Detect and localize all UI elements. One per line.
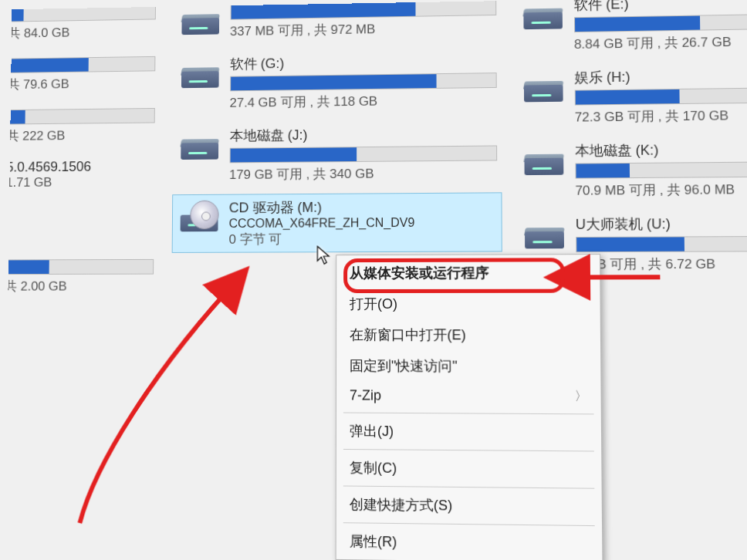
hdd-icon (521, 215, 568, 253)
drive-stats: 0 GB 可用 , 共 6.72 GB (576, 255, 747, 273)
menu-separator (343, 449, 594, 452)
menu-7zip-label: 7-Zip (350, 387, 381, 403)
menu-create-shortcut[interactable]: 创建快捷方式(S) (339, 489, 600, 524)
drive-label: 软件 (G:) (230, 51, 496, 73)
cd-drive-stats: 0 字节 可 (229, 229, 498, 248)
hdd-icon (177, 56, 223, 93)
hdd-icon (177, 2, 222, 39)
drive-stats: 70.9 MB 可用 , 共 96.0 MB (575, 180, 747, 200)
drive-cd-selected[interactable]: CD 驱动器 (M:) CCCOMA_X64FRE_ZH_CN_DV9 0 字节… (172, 193, 501, 252)
drive-item[interactable]: 337 MB 可用 , 共 972 MB (174, 0, 500, 45)
context-menu: 从媒体安装或运行程序 打开(O) 在新窗口中打开(E) 固定到"快速访问" 7-… (336, 254, 603, 560)
hdd-icon (177, 127, 222, 164)
drive-stats: 8.84 GB 可用 , 共 26.7 GB (574, 32, 747, 52)
hdd-icon (520, 142, 567, 180)
drive-stats: 72.3 GB 可用 , 共 170 GB (575, 106, 747, 127)
drive-label: U大师装机 (U:) (576, 214, 747, 234)
mouse-cursor-icon (316, 245, 332, 270)
drive-stats: 共 79.6 GB (7, 74, 155, 93)
cd-drive-icon (176, 199, 221, 236)
drive-label: 娱乐 (H:) (574, 66, 747, 87)
drive-item[interactable]: 共 79.6 GB (5, 51, 159, 97)
menu-properties[interactable]: 属性(R) (339, 525, 600, 560)
drive-size: 1.71 GB (5, 174, 154, 191)
hdd-icon (519, 69, 566, 106)
cd-volume-label: CCCOMA_X64FRE_ZH_CN_DV9 (229, 215, 498, 231)
drive-label: 本地磁盘 (J:) (229, 124, 496, 145)
drive-stats: 179 GB 可用 , 共 340 GB (229, 164, 497, 184)
menu-open-new-window[interactable]: 在新窗口中打开(E) (339, 319, 598, 351)
drive-stats: 共 222 GB (6, 126, 154, 144)
drive-stats: 共 84.0 GB (8, 22, 155, 42)
drive-version: 5.0.4569.1506 (6, 158, 154, 175)
menu-7zip[interactable]: 7-Zip 〉 (339, 381, 599, 411)
drive-item[interactable]: 本地磁盘 (J:) 179 GB 可用 , 共 340 GB (173, 120, 501, 188)
menu-copy[interactable]: 复制(C) (339, 452, 600, 486)
menu-pin-quick-access[interactable]: 固定到"快速访问" (339, 350, 598, 382)
menu-eject[interactable]: 弹出(J) (339, 416, 599, 449)
drive-stats: 27.4 GB 可用 , 共 118 GB (230, 91, 497, 112)
drive-stats: 337 MB 可用 , 共 972 MB (230, 19, 496, 40)
hdd-icon (519, 0, 566, 33)
drive-item[interactable]: 娱乐 (H:) 72.3 GB 可用 , 共 170 GB (515, 62, 747, 130)
menu-run-from-media[interactable]: 从媒体安装或运行程序 (339, 257, 597, 288)
drive-label: 软件 (E:) (573, 0, 747, 14)
drive-label: 本地磁盘 (K:) (575, 140, 747, 160)
drive-item[interactable]: 共 84.0 GB (5, 0, 160, 46)
drive-item[interactable]: 软件 (E:) 8.84 GB 可用 , 共 26.7 GB (515, 0, 747, 58)
chevron-right-icon: 〉 (575, 389, 588, 405)
drive-item[interactable]: 软件 (G:) 27.4 GB 可用 , 共 118 GB (174, 47, 501, 116)
menu-open[interactable]: 打开(O) (339, 288, 598, 320)
menu-separator (343, 413, 594, 415)
drive-item[interactable]: 本地磁盘 (K:) 70.9 MB 可用 , 共 96.0 MB (516, 136, 747, 204)
drive-item[interactable]: 5.0.4569.1506 1.71 GB (5, 154, 158, 194)
cd-drive-label: CD 驱动器 (M:) (229, 197, 497, 217)
drive-stats: 共 2.00 GB (5, 278, 154, 295)
drive-item[interactable]: 共 2.00 GB (5, 254, 157, 299)
drive-item[interactable]: 共 222 GB (5, 103, 159, 148)
